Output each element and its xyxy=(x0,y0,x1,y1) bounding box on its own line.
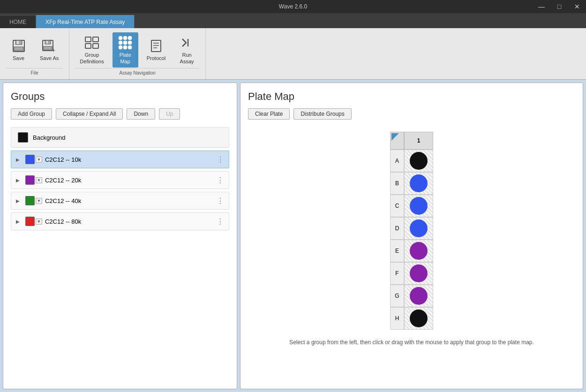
plate-row-header-G[interactable]: G xyxy=(390,285,404,307)
run-assay-label: RunAssay xyxy=(180,52,194,64)
tab-xfp[interactable]: XFp Real-Time ATP Rate Assay xyxy=(36,15,135,28)
tab-home[interactable]: HOME xyxy=(0,15,36,28)
group-name-3: C2C12 -- 80k xyxy=(45,218,214,225)
platemap-title: Plate Map xyxy=(248,90,575,103)
hint-text: Select a group from the left, then click… xyxy=(248,339,575,346)
ribbon-section-file: Save + Save As File xyxy=(0,28,69,79)
plate-cell-B1[interactable] xyxy=(404,172,433,195)
plate-map-icon xyxy=(118,35,133,50)
plate-map-button[interactable]: PlateMap xyxy=(113,32,138,67)
title-bar: Wave 2.6.0 — □ ✕ xyxy=(0,0,586,13)
plate-cell-D1[interactable] xyxy=(404,217,433,240)
minimize-button[interactable]: — xyxy=(533,0,550,13)
svg-rect-15 xyxy=(128,36,132,40)
svg-rect-13 xyxy=(119,36,122,40)
plate-row-header-A[interactable]: A xyxy=(390,150,404,172)
svg-rect-18 xyxy=(128,41,132,45)
group-row-0[interactable]: ▶ ▼ C2C12 -- 10k ⋮ xyxy=(11,151,229,168)
save-as-icon: + xyxy=(42,38,57,53)
run-assay-icon xyxy=(180,35,195,50)
plate-col-header-1[interactable]: 1 xyxy=(404,132,433,150)
group-menu-0[interactable]: ⋮ xyxy=(217,155,224,164)
plate-container: 1 A B C D xyxy=(248,132,575,330)
svg-rect-10 xyxy=(93,37,98,42)
plate-row-header-B[interactable]: B xyxy=(390,172,404,195)
plate-grid: 1 A B C D xyxy=(390,132,433,330)
group-row-1[interactable]: ▶ ▼ C2C12 -- 20k ⋮ xyxy=(11,171,229,189)
plate-cell-E1[interactable] xyxy=(404,240,433,262)
group-menu-1[interactable]: ⋮ xyxy=(217,176,224,185)
plate-cell-A1[interactable] xyxy=(404,150,433,172)
cell-circle-H1 xyxy=(410,309,428,327)
svg-text:+: + xyxy=(52,47,55,53)
group-name-1: C2C12 -- 20k xyxy=(45,177,214,184)
cell-circle-A1 xyxy=(410,152,428,170)
svg-rect-14 xyxy=(123,36,127,40)
color-dropdown-arrow-2[interactable]: ▼ xyxy=(36,198,42,204)
window-controls: — □ ✕ xyxy=(533,0,586,13)
color-dropdown-arrow-0[interactable]: ▼ xyxy=(36,157,42,163)
save-button[interactable]: Save xyxy=(6,36,31,64)
svg-rect-20 xyxy=(123,45,127,49)
plate-row-header-E[interactable]: E xyxy=(390,240,404,262)
plate-row-header-C[interactable]: C xyxy=(390,195,404,217)
group-menu-3[interactable]: ⋮ xyxy=(217,217,224,226)
group-menu-2[interactable]: ⋮ xyxy=(217,196,224,205)
background-row: Background xyxy=(11,127,229,148)
svg-rect-17 xyxy=(123,41,127,45)
corner-triangle xyxy=(391,133,399,141)
protocol-icon xyxy=(149,38,164,53)
group-row-3[interactable]: ▶ ▼ C2C12 -- 80k ⋮ xyxy=(11,212,229,230)
groups-panel: Groups Add Group Collapse / Expand All D… xyxy=(3,83,237,389)
group-row-2[interactable]: ▶ ▼ C2C12 -- 40k ⋮ xyxy=(11,192,229,210)
color-dropdown-arrow-3[interactable]: ▼ xyxy=(36,219,42,225)
plate-row-header-H[interactable]: H xyxy=(390,307,404,330)
plate-row-header-D[interactable]: D xyxy=(390,217,404,240)
plate-cell-G1[interactable] xyxy=(404,285,433,307)
expand-icon-2: ▶ xyxy=(16,198,23,204)
svg-rect-11 xyxy=(85,44,91,48)
plate-cell-F1[interactable] xyxy=(404,262,433,285)
group-definitions-button[interactable]: GroupDefinitions xyxy=(75,32,108,67)
groups-title: Groups xyxy=(11,90,229,103)
color-dropdown-2[interactable]: ▼ xyxy=(25,196,42,205)
cell-circle-B1 xyxy=(410,174,428,192)
ribbon-section-assay-nav: GroupDefinitions PlateMap xyxy=(69,28,206,79)
tab-bar: HOME XFp Real-Time ATP Rate Assay xyxy=(0,13,586,28)
add-group-button[interactable]: Add Group xyxy=(11,108,52,120)
file-buttons: Save + Save As xyxy=(6,32,63,68)
platemap-panel: Plate Map Clear Plate Distribute Groups … xyxy=(240,83,583,389)
group-color-0 xyxy=(25,155,35,164)
expand-icon-0: ▶ xyxy=(16,157,23,162)
plate-cell-H1[interactable] xyxy=(404,307,433,330)
protocol-label: Protocol xyxy=(147,55,165,61)
color-dropdown-3[interactable]: ▼ xyxy=(25,217,42,226)
color-dropdown-0[interactable]: ▼ xyxy=(25,155,42,164)
cell-circle-E1 xyxy=(410,242,428,260)
up-button[interactable]: Up xyxy=(159,108,180,120)
save-as-label: Save As xyxy=(40,55,59,61)
color-dropdown-arrow-1[interactable]: ▼ xyxy=(36,177,42,183)
close-button[interactable]: ✕ xyxy=(568,0,586,13)
cell-circle-D1 xyxy=(410,219,428,237)
app-title: Wave 2.6.0 xyxy=(279,3,307,10)
group-name-2: C2C12 -- 40k xyxy=(45,197,214,204)
clear-plate-button[interactable]: Clear Plate xyxy=(248,108,290,120)
plate-cell-C1[interactable] xyxy=(404,195,433,217)
svg-rect-19 xyxy=(119,45,122,49)
down-button[interactable]: Down xyxy=(127,108,155,120)
distribute-groups-button[interactable]: Distribute Groups xyxy=(293,108,351,120)
save-as-button[interactable]: + Save As xyxy=(35,36,63,64)
group-name-0: C2C12 -- 10k xyxy=(45,156,214,163)
group-color-2 xyxy=(25,196,35,205)
color-dropdown-1[interactable]: ▼ xyxy=(25,175,42,185)
maximize-button[interactable]: □ xyxy=(550,0,568,13)
group-def-label: GroupDefinitions xyxy=(80,52,104,64)
expand-icon-3: ▶ xyxy=(16,219,23,224)
protocol-button[interactable]: Protocol xyxy=(142,36,170,64)
plate-row-header-F[interactable]: F xyxy=(390,262,404,285)
run-assay-button[interactable]: RunAssay xyxy=(174,32,200,67)
svg-rect-6 xyxy=(46,41,48,44)
collapse-expand-button[interactable]: Collapse / Expand All xyxy=(56,108,123,120)
group-list: Background ▶ ▼ C2C12 -- 10k ⋮ ▶ ▼ C2C12 … xyxy=(11,127,229,230)
